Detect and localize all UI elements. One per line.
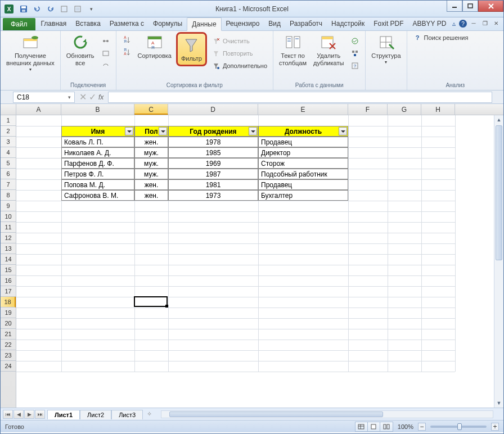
file-tab[interactable]: Файл bbox=[3, 18, 35, 30]
table-cell[interactable]: 1981 bbox=[168, 179, 258, 190]
col-header-H[interactable]: H bbox=[421, 104, 455, 115]
col-header-F[interactable]: F bbox=[348, 104, 388, 115]
row-header-9[interactable]: 9 bbox=[1, 201, 16, 211]
ribbon-tab-10[interactable]: ABBYY PD bbox=[408, 17, 451, 30]
vertical-scrollbar[interactable]: ▲ ▼ bbox=[494, 115, 503, 408]
col-header-B[interactable]: B bbox=[61, 104, 134, 115]
table-cell[interactable]: жен. bbox=[134, 137, 168, 147]
col-header-C[interactable]: C bbox=[134, 104, 168, 115]
table-cell[interactable]: жен. bbox=[134, 179, 168, 190]
row-header-7[interactable]: 7 bbox=[1, 179, 16, 190]
table-cell[interactable]: Коваль Л. П. bbox=[61, 137, 134, 147]
ribbon-tab-4[interactable]: Данные bbox=[187, 17, 221, 31]
ribbon-tab-2[interactable]: Разметка с bbox=[105, 17, 148, 30]
row-header-21[interactable]: 21 bbox=[1, 329, 16, 340]
qat-item-1[interactable] bbox=[58, 3, 70, 15]
sort-button[interactable]: АЯ Сортировка bbox=[136, 32, 174, 61]
row-header-13[interactable]: 13 bbox=[1, 243, 16, 254]
table-cell[interactable]: 1978 bbox=[168, 137, 258, 147]
zoom-slider[interactable] bbox=[430, 426, 487, 428]
table-cell[interactable]: Бухгалтер bbox=[258, 190, 348, 201]
row-header-3[interactable]: 3 bbox=[1, 137, 16, 147]
connections-button[interactable] bbox=[99, 35, 112, 47]
properties-button[interactable] bbox=[99, 48, 112, 59]
table-header[interactable]: Должность bbox=[258, 126, 348, 137]
structure-button[interactable]: Структура ▾ bbox=[369, 32, 403, 66]
add-sheet-button[interactable]: ✧ bbox=[143, 410, 155, 418]
row-header-10[interactable]: 10 bbox=[1, 211, 16, 222]
ribbon-tab-7[interactable]: Разработч bbox=[285, 17, 327, 30]
namebox-dropdown-icon[interactable]: ▾ bbox=[68, 94, 71, 100]
page-layout-view-button[interactable] bbox=[368, 422, 380, 431]
row-header-5[interactable]: 5 bbox=[1, 158, 16, 169]
clear-filter-button[interactable]: Очистить bbox=[209, 35, 269, 47]
advanced-filter-button[interactable]: Дополнительно bbox=[209, 60, 269, 71]
sheet-tab-0[interactable]: Лист1 bbox=[47, 410, 80, 419]
filter-button[interactable]: Фильтр bbox=[179, 35, 204, 64]
table-cell[interactable]: Продавец bbox=[258, 137, 348, 147]
vscroll-thumb[interactable] bbox=[496, 125, 502, 260]
ribbon-tab-9[interactable]: Foxit PDF bbox=[369, 17, 408, 30]
help-icon[interactable]: ? bbox=[459, 20, 467, 28]
formula-input[interactable] bbox=[108, 92, 492, 103]
maximize-button[interactable] bbox=[462, 1, 478, 12]
table-cell[interactable]: Сафронова В. М. bbox=[61, 190, 134, 201]
horizontal-scrollbar[interactable] bbox=[161, 410, 493, 418]
row-header-14[interactable]: 14 bbox=[1, 254, 16, 265]
table-cell[interactable]: 1985 bbox=[168, 147, 258, 158]
hscroll-thumb[interactable] bbox=[169, 412, 383, 417]
col-header-D[interactable]: D bbox=[168, 104, 258, 115]
doc-restore-button[interactable]: ❐ bbox=[480, 19, 490, 28]
table-cell[interactable]: Парфенов Д. Ф. bbox=[61, 158, 134, 169]
get-external-data-button[interactable]: Получение внешних данных ▾ bbox=[4, 32, 57, 74]
filter-dropdown[interactable] bbox=[339, 127, 347, 135]
sheet-tab-2[interactable]: Лист3 bbox=[111, 410, 143, 419]
scroll-up-button[interactable]: ▲ bbox=[494, 115, 503, 124]
reapply-button[interactable]: Повторить bbox=[209, 48, 269, 59]
filter-dropdown[interactable] bbox=[249, 127, 257, 135]
table-cell[interactable]: жен. bbox=[134, 190, 168, 201]
row-header-6[interactable]: 6 bbox=[1, 169, 16, 179]
sheet-last-button[interactable]: ⏭ bbox=[35, 410, 45, 419]
sheet-tab-1[interactable]: Лист2 bbox=[80, 410, 111, 419]
ribbon-tab-3[interactable]: Формулы bbox=[148, 17, 187, 30]
table-cell[interactable]: 1987 bbox=[168, 169, 258, 179]
edit-links-button[interactable] bbox=[99, 60, 112, 71]
row-header-2[interactable]: 2 bbox=[1, 126, 16, 137]
row-header-17[interactable]: 17 bbox=[1, 286, 16, 297]
row-header-23[interactable]: 23 bbox=[1, 350, 16, 361]
table-cell[interactable]: Попова М. Д. bbox=[61, 179, 134, 190]
close-button[interactable] bbox=[478, 1, 503, 12]
ribbon-minimize-icon[interactable]: ▵ bbox=[452, 20, 456, 28]
row-header-4[interactable]: 4 bbox=[1, 147, 16, 158]
row-header-20[interactable]: 20 bbox=[1, 318, 16, 329]
data-validation-button[interactable] bbox=[348, 35, 362, 47]
zoom-thumb[interactable] bbox=[457, 423, 462, 430]
table-cell[interactable]: Директор bbox=[258, 147, 348, 158]
table-cell[interactable]: Николаев А. Д. bbox=[61, 147, 134, 158]
enter-formula-icon[interactable]: ✓ bbox=[89, 92, 96, 102]
col-header-G[interactable]: G bbox=[388, 104, 421, 115]
table-cell[interactable]: муж. bbox=[134, 147, 168, 158]
page-break-view-button[interactable] bbox=[380, 422, 393, 431]
row-header-24[interactable]: 24 bbox=[1, 361, 16, 372]
select-all-corner[interactable] bbox=[1, 104, 16, 115]
table-cell[interactable]: Продавец bbox=[258, 179, 348, 190]
table-cell[interactable]: муж. bbox=[134, 169, 168, 179]
table-header[interactable]: Имя bbox=[61, 126, 134, 137]
ribbon-tab-5[interactable]: Рецензиро bbox=[222, 17, 264, 30]
doc-close-button[interactable]: ✕ bbox=[491, 19, 501, 28]
save-button[interactable] bbox=[17, 3, 30, 15]
sheet-first-button[interactable]: ⏮ bbox=[3, 410, 13, 419]
row-header-1[interactable]: 1 bbox=[1, 115, 16, 126]
table-cell[interactable]: 1973 bbox=[168, 190, 258, 201]
redo-button[interactable] bbox=[44, 3, 57, 15]
zoom-level[interactable]: 100% bbox=[398, 423, 413, 430]
table-cell[interactable]: Петров Ф. Л. bbox=[61, 169, 134, 179]
row-header-16[interactable]: 16 bbox=[1, 275, 16, 286]
qat-customize[interactable]: ▾ bbox=[85, 3, 97, 15]
ribbon-tab-1[interactable]: Вставка bbox=[71, 17, 105, 30]
col-header-E[interactable]: E bbox=[258, 104, 348, 115]
zoom-in-button[interactable]: + bbox=[491, 423, 499, 431]
ribbon-tab-8[interactable]: Надстройк bbox=[327, 17, 369, 30]
